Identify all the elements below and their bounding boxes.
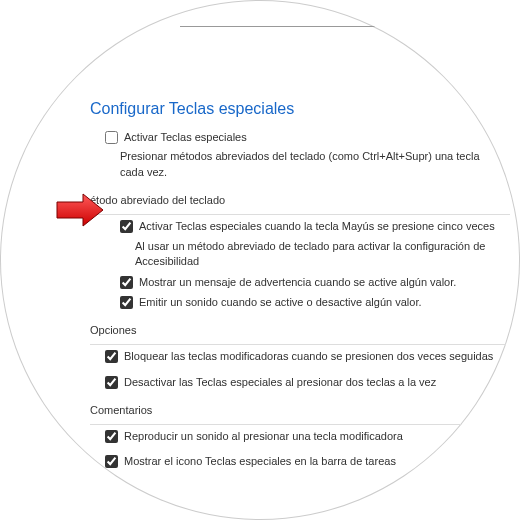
play-sound-label: Reproducir un sonido al presionar una te… xyxy=(124,429,403,444)
play-sound-checkbox[interactable] xyxy=(105,430,118,443)
lock-label: Bloquear las teclas modificadoras cuando… xyxy=(124,349,493,364)
warn-checkbox[interactable] xyxy=(120,276,133,289)
shortcut-desc: Al usar un método abreviado de teclado p… xyxy=(135,239,500,270)
warn-label: Mostrar un mensaje de advertencia cuando… xyxy=(139,275,456,290)
sound-checkbox[interactable] xyxy=(120,296,133,309)
divider xyxy=(90,424,510,425)
show-icon-checkbox[interactable] xyxy=(105,455,118,468)
sound-row[interactable]: Emitir un sonido cuando se active o desa… xyxy=(120,295,500,310)
lock-row[interactable]: Bloquear las teclas modificadoras cuando… xyxy=(105,349,500,364)
page-title: Configurar Teclas especiales xyxy=(90,100,500,118)
shortcut-activate-row[interactable]: Activar Teclas especiales cuando la tecl… xyxy=(120,219,500,234)
activate-sticky-desc: Presionar métodos abreviados del teclado… xyxy=(120,149,500,180)
show-icon-row[interactable]: Mostrar el icono Teclas especiales en la… xyxy=(105,454,500,469)
viewport-mask: Configurar Teclas especiales Activar Tec… xyxy=(0,0,520,520)
divider-top xyxy=(180,26,410,27)
highlight-arrow-icon xyxy=(55,192,105,232)
divider xyxy=(90,214,510,215)
settings-panel: Configurar Teclas especiales Activar Tec… xyxy=(60,40,500,474)
feedback-heading: Comentarios xyxy=(90,404,500,416)
sound-label: Emitir un sonido cuando se active o desa… xyxy=(139,295,422,310)
divider xyxy=(90,344,510,345)
options-heading: Opciones xyxy=(90,324,500,336)
shortcut-activate-label: Activar Teclas especiales cuando la tecl… xyxy=(139,219,495,234)
show-icon-label: Mostrar el icono Teclas especiales en la… xyxy=(124,454,396,469)
shortcut-heading: étodo abreviado del teclado xyxy=(90,194,500,206)
disable-row[interactable]: Desactivar las Teclas especiales al pres… xyxy=(105,375,500,390)
warn-row[interactable]: Mostrar un mensaje de advertencia cuando… xyxy=(120,275,500,290)
play-sound-row[interactable]: Reproducir un sonido al presionar una te… xyxy=(105,429,500,444)
disable-checkbox[interactable] xyxy=(105,376,118,389)
activate-sticky-checkbox[interactable] xyxy=(105,131,118,144)
svg-marker-0 xyxy=(57,194,103,226)
activate-sticky-label: Activar Teclas especiales xyxy=(124,130,247,145)
lock-checkbox[interactable] xyxy=(105,350,118,363)
activate-sticky-row[interactable]: Activar Teclas especiales xyxy=(105,130,500,145)
shortcut-activate-checkbox[interactable] xyxy=(120,220,133,233)
disable-label: Desactivar las Teclas especiales al pres… xyxy=(124,375,436,390)
